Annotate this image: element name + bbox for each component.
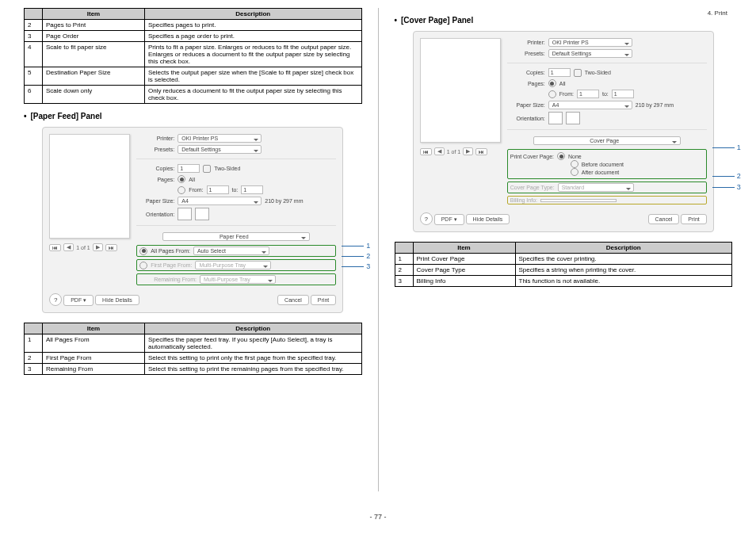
printer-select[interactable]: OKI Printer PS <box>178 134 262 143</box>
orientation-landscape-icon[interactable] <box>195 208 209 220</box>
pages-all-radio[interactable] <box>178 175 185 183</box>
table-row: 2Cover Page TypeSpecifies a string when … <box>395 265 732 276</box>
print-dialog-cover-page: ⏮ ◀ 1 of 1 ▶ ⏭ Printer:OKI Printer PS Pr… <box>413 31 714 232</box>
pdf-button[interactable]: PDF ▾ <box>434 214 464 225</box>
table-row: 2First Page FromSelect this setting to p… <box>25 353 362 364</box>
paper-feed-dialog-wrap: ⏮ ◀ 1 of 1 ▶ ⏭ Printer:OKI Printer PS Pr… <box>42 127 343 313</box>
header-section: 4. Print <box>708 10 727 17</box>
print-button[interactable]: Print <box>311 295 336 305</box>
print-dialog-paper-feed: ⏮ ◀ 1 of 1 ▶ ⏭ Printer:OKI Printer PS Pr… <box>42 127 343 313</box>
prev-page-icon[interactable]: ◀ <box>63 243 74 251</box>
help-icon[interactable]: ? <box>420 212 433 225</box>
cover-after-radio[interactable] <box>571 168 578 176</box>
section-paper-feed-title: [Paper Feed] Panel <box>24 112 362 120</box>
first-page-icon[interactable]: ⏮ <box>49 244 61 251</box>
cover-page-dialog-wrap: ⏮ ◀ 1 of 1 ▶ ⏭ Printer:OKI Printer PS Pr… <box>413 31 714 232</box>
table-row: 1All Pages FromSpecifies the paper feed … <box>25 334 362 353</box>
page-content: ItemDescription 2Pages to PrintSpecifies… <box>0 0 756 491</box>
table-row: 4Scale to fit paper sizePrints to fit a … <box>25 42 362 67</box>
prev-page-icon[interactable]: ◀ <box>434 147 445 155</box>
all-pages-from-radio[interactable] <box>139 247 147 255</box>
left-column: ItemDescription 2Pages to PrintSpecifies… <box>24 8 378 491</box>
page-number: - 77 - <box>0 513 756 521</box>
printer-select[interactable]: OKI Printer PS <box>548 38 632 47</box>
copies-field[interactable]: 1 <box>178 164 200 173</box>
cover-type-select: Standard <box>558 183 634 192</box>
pages-to-field[interactable]: 1 <box>612 90 634 98</box>
presets-select[interactable]: Default Settings <box>548 49 632 58</box>
presets-select[interactable]: Default Settings <box>178 145 262 154</box>
all-pages-from-select[interactable]: Auto Select <box>193 246 269 255</box>
first-page-icon[interactable]: ⏮ <box>420 148 432 155</box>
cover-none-radio[interactable] <box>557 152 565 160</box>
orientation-portrait-icon[interactable] <box>548 112 563 124</box>
orientation-landscape-icon[interactable] <box>566 112 580 124</box>
table-row: 2Pages to PrintSpecifies pages to print. <box>25 20 362 31</box>
two-sided-checkbox[interactable] <box>574 69 582 77</box>
cancel-button[interactable]: Cancel <box>277 295 309 305</box>
pages-from-field[interactable]: 1 <box>577 90 599 98</box>
page-preview <box>420 38 501 143</box>
preview-pagebar: ⏮ ◀ 1 of 1 ▶ ⏭ <box>420 147 501 155</box>
panel-select[interactable]: Paper Feed <box>162 232 310 241</box>
table-paper-feed: ItemDescription 1All Pages FromSpecifies… <box>24 323 362 375</box>
hide-details-button[interactable]: Hide Details <box>466 214 510 224</box>
pages-all-radio[interactable] <box>548 79 556 87</box>
table-row: 3Page OrderSpecifies a page order to pri… <box>25 31 362 42</box>
help-icon[interactable]: ? <box>49 293 62 306</box>
two-sided-checkbox[interactable] <box>203 165 211 173</box>
cover-before-radio[interactable] <box>571 160 578 168</box>
table-row: 3Billing InfoThis function is not availa… <box>395 276 732 287</box>
billing-info-field <box>540 199 617 202</box>
pages-to-field[interactable]: 1 <box>241 185 263 194</box>
right-column: [Cover Page] Panel ⏮ ◀ 1 of 1 ▶ ⏭ <box>379 8 733 491</box>
first-page-from-select: Multi-Purpose Tray <box>195 261 271 269</box>
table-row: 6Scale down onlyOnly reduces a document … <box>25 86 362 104</box>
last-page-icon[interactable]: ⏭ <box>475 148 487 155</box>
next-page-icon[interactable]: ▶ <box>93 243 103 251</box>
first-page-from-radio[interactable] <box>139 262 147 269</box>
pages-from-radio[interactable] <box>548 90 556 98</box>
page-preview <box>49 134 130 239</box>
table-print-options: ItemDescription 2Pages to PrintSpecifies… <box>24 8 362 104</box>
table-row: 3Remaining FromSelect this setting to pr… <box>25 364 362 375</box>
preview-pagebar: ⏮ ◀ 1 of 1 ▶ ⏭ <box>49 243 130 251</box>
section-cover-page-title: [Cover Page] Panel <box>395 16 733 25</box>
cancel-button[interactable]: Cancel <box>648 214 680 224</box>
table-row: 1Print Cover PageSpecifies the cover pri… <box>395 254 732 265</box>
next-page-icon[interactable]: ▶ <box>463 147 473 155</box>
table-row: 5Destination Paper SizeSelects the outpu… <box>25 67 362 86</box>
pages-from-field[interactable]: 1 <box>207 185 229 194</box>
orientation-portrait-icon[interactable] <box>178 208 192 220</box>
paper-size-select[interactable]: A4 <box>178 197 262 205</box>
print-button[interactable]: Print <box>681 214 706 224</box>
panel-select[interactable]: Cover Page <box>533 136 681 145</box>
paper-size-select[interactable]: A4 <box>548 101 632 109</box>
pdf-button[interactable]: PDF ▾ <box>63 295 94 306</box>
remaining-from-select: Multi-Purpose Tray <box>200 275 276 284</box>
copies-field[interactable]: 1 <box>548 68 571 77</box>
last-page-icon[interactable]: ⏭ <box>105 244 117 251</box>
table-cover-page: ItemDescription 1Print Cover PageSpecifi… <box>395 242 733 287</box>
pages-from-radio[interactable] <box>178 186 185 194</box>
hide-details-button[interactable]: Hide Details <box>95 295 139 305</box>
